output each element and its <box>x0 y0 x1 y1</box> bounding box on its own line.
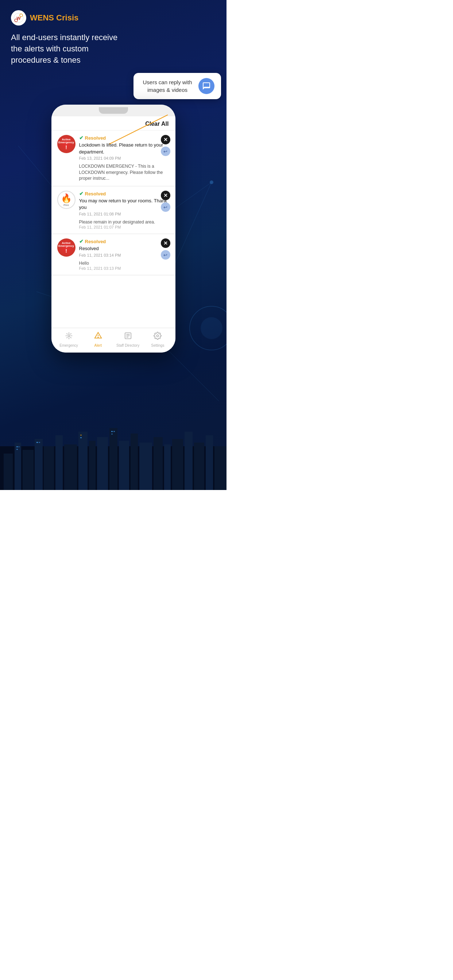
staff-directory-nav-icon <box>124 332 132 342</box>
nav-label-emergency: Emergency <box>59 344 78 347</box>
alert-actions-3: ✕ ↩ <box>161 239 170 259</box>
nav-item-alert[interactable]: Alert <box>87 332 109 347</box>
reply-icon <box>198 78 214 94</box>
svg-point-47 <box>68 335 70 337</box>
alert-extra-text-3: Hello <box>79 260 170 267</box>
phone-content: Clear All ActiveEmergency ! ✔ Resolved L… <box>51 116 175 328</box>
svg-rect-24 <box>139 442 152 490</box>
alert-extra-text-1: LOCKDOWN EMERGENCY - This is a LOCKDOWN … <box>79 163 170 181</box>
alert-extra-3: Hello Feb 11, 2021 03:13 PM <box>57 260 170 271</box>
phone-top-bar <box>51 105 175 116</box>
svg-rect-32 <box>16 446 18 447</box>
svg-rect-18 <box>78 432 88 490</box>
svg-rect-16 <box>56 435 63 490</box>
alert-date-1: Feb 13, 2021 04:09 PM <box>79 156 170 161</box>
svg-rect-21 <box>109 428 118 490</box>
tooltip-container: Users can reply with images & videos <box>0 73 226 99</box>
nav-label-staff-directory: Staff Directory <box>116 344 139 347</box>
svg-rect-15 <box>44 446 54 490</box>
tooltip-box: Users can reply with images & videos <box>134 73 221 99</box>
svg-rect-38 <box>80 437 82 438</box>
svg-rect-30 <box>206 435 213 490</box>
nav-label-settings: Settings <box>151 344 164 347</box>
svg-rect-34 <box>16 449 18 450</box>
alert-date-2: Feb 11, 2021 01:08 PM <box>79 212 170 216</box>
emergency-nav-icon <box>65 332 73 342</box>
alert-title-3: Resolved <box>79 245 170 252</box>
resolved-badge-2: ✔ Resolved <box>79 191 170 197</box>
alert-title-1: Lockdown is lifted. Please return to you… <box>79 142 170 155</box>
check-icon-3: ✔ <box>79 239 83 244</box>
nav-item-emergency[interactable]: Emergency <box>58 332 80 347</box>
alert-top-row-3: ActiveEmergency ! ✔ Resolved Resolved Fe… <box>57 239 170 257</box>
svg-rect-28 <box>185 432 193 490</box>
alert-nav-icon <box>94 332 102 342</box>
svg-rect-25 <box>153 437 163 490</box>
alert-item: ActiveEmergency ! ✔ Resolved Lockdown is… <box>51 130 175 186</box>
svg-rect-22 <box>119 441 129 490</box>
alert-extra-date-2: Feb 11, 2021 01:07 PM <box>79 225 170 229</box>
check-icon-1: ✔ <box>79 135 83 141</box>
close-button-3[interactable]: ✕ <box>161 239 170 248</box>
svg-point-54 <box>157 335 159 337</box>
header: w WENS Crisis All end-users instantly re… <box>0 0 226 73</box>
nav-item-settings[interactable]: Settings <box>147 332 169 347</box>
reply-button-1[interactable]: ↩ <box>161 146 170 156</box>
svg-rect-13 <box>22 450 33 490</box>
logo-icon: w <box>11 10 26 25</box>
resolved-badge-3: ✔ Resolved <box>79 239 170 244</box>
alert-extra-date-3: Feb 11, 2021 03:13 PM <box>79 266 170 270</box>
alert-body-1: ✔ Resolved Lockdown is lifted. Please re… <box>79 135 170 160</box>
alert-extra-1: LOCKDOWN EMERGENCY - This is a LOCKDOWN … <box>57 163 170 181</box>
check-icon-2: ✔ <box>79 191 83 197</box>
svg-rect-14 <box>35 439 43 490</box>
phone-wrapper: Clear All ActiveEmergency ! ✔ Resolved L… <box>0 105 226 353</box>
alert-extra-text-2: Please remain in your designated area. <box>79 219 170 225</box>
app-title: WENS Crisis <box>30 13 78 22</box>
svg-rect-17 <box>64 444 77 490</box>
alert-body-2: ✔ Resolved You may now return to your ro… <box>79 191 170 216</box>
fire-icon-2: 🔥 Fire <box>57 191 75 209</box>
close-button-1[interactable]: ✕ <box>161 135 170 145</box>
reply-button-2[interactable]: ↩ <box>161 202 170 212</box>
tagline: All end-users instantly receive the aler… <box>11 32 128 65</box>
clear-all-row: Clear All <box>51 116 175 130</box>
svg-rect-27 <box>172 439 183 490</box>
alert-top-row-2: 🔥 Fire ✔ Resolved You may now return to … <box>57 191 170 216</box>
city-skyline <box>0 417 226 490</box>
logo-row: w WENS Crisis <box>11 10 215 25</box>
phone-mockup: Clear All ActiveEmergency ! ✔ Resolved L… <box>51 105 175 353</box>
alert-top-row: ActiveEmergency ! ✔ Resolved Lockdown is… <box>57 135 170 160</box>
tooltip-text: Users can reply with images & videos <box>140 78 195 94</box>
svg-rect-29 <box>194 442 204 490</box>
svg-rect-19 <box>89 441 96 490</box>
svg-rect-35 <box>37 442 38 443</box>
bottom-nav: Emergency Alert <box>51 328 175 353</box>
alert-item-2: 🔥 Fire ✔ Resolved You may now return to … <box>51 186 175 234</box>
svg-rect-11 <box>4 453 13 490</box>
reply-button-3[interactable]: ↩ <box>161 250 170 259</box>
emergency-icon-1: ActiveEmergency ! <box>57 135 75 153</box>
alert-item-3: ActiveEmergency ! ✔ Resolved Resolved Fe… <box>51 234 175 275</box>
alert-title-2: You may now return to your rooms. Thank … <box>79 197 170 211</box>
close-button-2[interactable]: ✕ <box>161 191 170 200</box>
svg-rect-20 <box>97 437 108 490</box>
svg-rect-40 <box>111 433 113 434</box>
svg-rect-39 <box>111 431 113 432</box>
svg-point-49 <box>98 337 98 337</box>
phone-notch <box>99 107 128 114</box>
alert-extra-2: Please remain in your designated area. F… <box>57 219 170 230</box>
svg-rect-26 <box>164 444 171 490</box>
svg-rect-33 <box>18 446 20 447</box>
svg-rect-36 <box>39 442 40 443</box>
svg-rect-37 <box>80 434 82 436</box>
svg-rect-23 <box>131 433 138 490</box>
resolved-badge-1: ✔ Resolved <box>79 135 170 141</box>
emergency-icon-3: ActiveEmergency ! <box>57 239 75 257</box>
clear-all-button[interactable]: Clear All <box>145 121 169 127</box>
alert-date-3: Feb 11, 2021 03:14 PM <box>79 253 170 258</box>
nav-item-staff-directory[interactable]: Staff Directory <box>116 332 139 347</box>
alert-body-3: ✔ Resolved Resolved Feb 11, 2021 03:14 P… <box>79 239 170 257</box>
settings-nav-icon <box>153 332 161 342</box>
nav-label-alert: Alert <box>94 344 102 347</box>
